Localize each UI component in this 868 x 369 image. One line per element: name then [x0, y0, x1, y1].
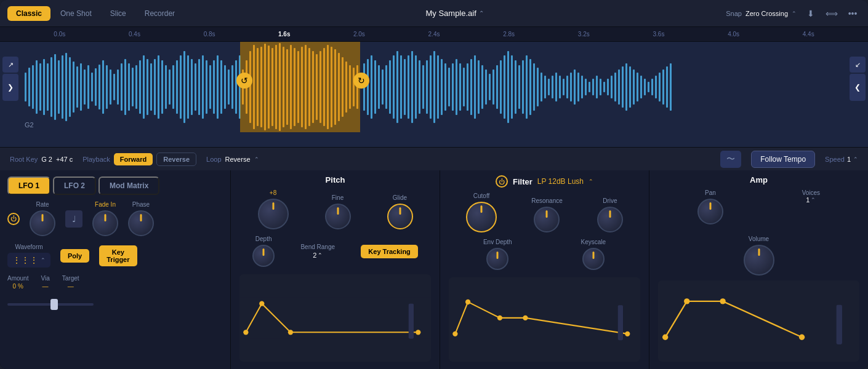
amount-slider-thumb[interactable]: [50, 299, 58, 310]
top-bar-icons: ⬇ ⟺ •••: [803, 6, 861, 22]
volume-label: Volume: [749, 236, 769, 242]
lfo-row-3: Amount 0 % Via — Target —: [7, 275, 223, 290]
tab-oneshot[interactable]: One Shot: [52, 6, 100, 21]
amp-panel: Amp Pan Voices 1 ⌃ Volume: [649, 170, 868, 369]
svg-rect-23: [106, 65, 108, 109]
env-depth-knob[interactable]: [486, 248, 508, 270]
svg-rect-176: [670, 63, 672, 111]
tab-slice[interactable]: Slice: [102, 6, 135, 21]
timeline-mark-6: 2.8s: [472, 31, 547, 38]
snap-value[interactable]: Zero Crossing: [745, 10, 788, 17]
tab-classic[interactable]: Classic: [7, 6, 50, 21]
waveform-nav-left[interactable]: ❯: [2, 74, 18, 101]
lfo-power-btn[interactable]: ⏻: [7, 213, 20, 225]
filter-power-btn[interactable]: ⏻: [496, 175, 508, 188]
expand-icon[interactable]: ⟺: [824, 6, 840, 22]
svg-rect-79: [308, 48, 310, 126]
svg-rect-138: [529, 59, 531, 115]
svg-rect-131: [504, 55, 505, 119]
filter-envelope-display: [449, 277, 640, 362]
follow-tempo-btn[interactable]: Follow Tempo: [751, 151, 815, 168]
waveform-display-btn[interactable]: 〜: [720, 151, 741, 168]
speed-arrow-icon[interactable]: ⌃: [853, 156, 858, 162]
speed-value[interactable]: 1: [847, 156, 851, 163]
glide-knob[interactable]: [387, 204, 413, 229]
rate-knob[interactable]: [30, 210, 55, 236]
loop-value[interactable]: Reverse: [225, 156, 251, 163]
tab-recorder[interactable]: Recorder: [136, 6, 183, 21]
svg-rect-114: [441, 59, 443, 115]
cents-value: +47 c: [56, 156, 73, 163]
waveform-canvas[interactable]: ❯ ❮ ↗ ↙ ↺ ↻ ✕ G2: [0, 42, 868, 132]
svg-rect-125: [481, 65, 483, 109]
voices-arrows-icon[interactable]: ⌃: [811, 197, 816, 203]
root-key-value[interactable]: G 2: [41, 156, 52, 163]
fine-knob[interactable]: [325, 204, 351, 229]
svg-rect-123: [474, 55, 476, 119]
bend-range-group: Bend Range 2 ⌃: [300, 244, 335, 259]
svg-rect-120: [463, 68, 465, 106]
phase-knob-group: Phase: [128, 201, 154, 236]
download-icon[interactable]: ⬇: [803, 6, 819, 22]
amount-slider-container: [7, 300, 94, 309]
svg-rect-17: [84, 69, 86, 105]
svg-rect-88: [342, 57, 344, 117]
waveform-section: 0.0s 0.4s 0.8s 1.6s 2.0s 2.4s 2.8s 3.2s …: [0, 27, 868, 147]
timeline: 0.0s 0.4s 0.8s 1.6s 2.0s 2.4s 2.8s 3.2s …: [0, 27, 868, 42]
music-note-btn[interactable]: ♩: [65, 210, 82, 228]
svg-rect-67: [264, 44, 266, 130]
timeline-mark-7: 3.2s: [546, 31, 621, 38]
keyscale-knob[interactable]: [582, 248, 605, 270]
filter-type-arrow-icon[interactable]: ⌃: [589, 178, 593, 184]
cutoff-knob[interactable]: [466, 202, 497, 232]
fade-in-knob[interactable]: [92, 210, 118, 236]
svg-rect-108: [419, 60, 420, 114]
bend-range-arrows[interactable]: ⌃: [318, 252, 323, 258]
filter-type[interactable]: LP 12dB Lush: [537, 177, 584, 186]
forward-btn[interactable]: Forward: [114, 153, 153, 165]
lfo-tab-1[interactable]: LFO 1: [7, 177, 50, 195]
key-trigger-btn[interactable]: Key Trigger: [99, 245, 137, 266]
pan-knob[interactable]: [697, 199, 723, 224]
svg-rect-119: [459, 63, 461, 111]
voices-value[interactable]: 1 ⌃: [806, 196, 816, 204]
pitch-main-knob[interactable]: [258, 199, 289, 229]
lfo-tab-2[interactable]: LFO 2: [53, 177, 96, 195]
phase-knob[interactable]: [128, 210, 154, 236]
more-icon[interactable]: •••: [845, 6, 861, 22]
svg-rect-90: [349, 65, 351, 109]
waveform-nav-right[interactable]: ❮: [850, 74, 866, 101]
via-label: Via: [41, 275, 49, 282]
svg-rect-110: [426, 60, 428, 114]
reverse-btn[interactable]: Reverse: [156, 153, 196, 166]
depth-knob-group: Depth: [252, 236, 275, 267]
snap-arrow-icon[interactable]: ⌃: [792, 10, 797, 17]
svg-rect-72: [283, 47, 284, 127]
amp-title: Amp: [658, 175, 859, 184]
region-handle-right[interactable]: ↻: [353, 73, 369, 89]
svg-rect-132: [507, 51, 509, 123]
svg-rect-27: [121, 63, 123, 111]
bottom-section: LFO 1 LFO 2 Mod Matrix ⏻ Rate ♩ Fade In: [0, 170, 868, 369]
waveform-selector[interactable]: ⋮⋮⋮ ⌃: [7, 253, 50, 268]
svg-rect-157: [600, 79, 601, 95]
volume-knob[interactable]: [744, 245, 774, 276]
svg-rect-69: [271, 48, 273, 126]
waveform-icon: ⋮⋮⋮: [12, 255, 38, 265]
pitch-envelope-display: [239, 274, 431, 362]
env-depth-label: Env Depth: [483, 239, 512, 245]
loop-arrow-icon[interactable]: ⌃: [254, 156, 259, 162]
resonance-knob[interactable]: [534, 207, 560, 232]
region-handle-left[interactable]: ↺: [236, 73, 252, 89]
poly-btn[interactable]: Poly: [60, 249, 89, 263]
svg-rect-76: [297, 51, 299, 123]
amount-value: 0 %: [7, 283, 28, 290]
key-tracking-btn[interactable]: Key Tracking: [361, 245, 417, 258]
drive-knob[interactable]: [597, 207, 623, 232]
lfo-tab-mod-matrix[interactable]: Mod Matrix: [98, 177, 159, 195]
depth-knob[interactable]: [252, 245, 275, 267]
svg-rect-109: [422, 65, 424, 109]
snap-area: Snap Zero Crossing ⌃: [726, 10, 797, 17]
bend-range-value[interactable]: 2 ⌃: [313, 252, 323, 259]
title-chevron-icon[interactable]: ⌃: [479, 10, 484, 17]
